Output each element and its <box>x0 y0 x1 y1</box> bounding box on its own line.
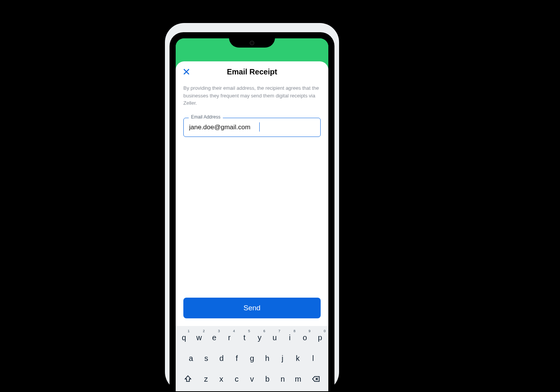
key-j[interactable]: j <box>276 350 290 367</box>
text-cursor <box>259 122 260 132</box>
keyboard-row-3: z x c v b n m <box>177 371 327 387</box>
key-f[interactable]: f <box>230 350 244 367</box>
phone-screen: Email Receipt By providing their email a… <box>176 38 328 391</box>
shift-icon <box>184 375 192 383</box>
phone-bezel: Email Receipt By providing their email a… <box>170 32 334 391</box>
key-s[interactable]: s <box>199 350 213 367</box>
email-field-label: Email Address <box>189 114 223 120</box>
sheet-header: Email Receipt <box>176 61 328 82</box>
email-receipt-sheet: Email Receipt By providing their email a… <box>176 61 328 391</box>
phone-notch <box>229 38 275 48</box>
key-r[interactable]: r4 <box>222 329 236 346</box>
key-o[interactable]: o9 <box>298 329 311 346</box>
key-q[interactable]: q1 <box>177 329 191 346</box>
keyboard-row-1: q1 w2 e3 r4 t5 y6 u7 i8 o9 p0 <box>177 329 327 346</box>
on-screen-keyboard: q1 w2 e3 r4 t5 y6 u7 i8 o9 p0 a <box>176 326 328 391</box>
close-icon <box>183 68 190 76</box>
key-d[interactable]: d <box>215 350 229 367</box>
key-x[interactable]: x <box>214 371 228 387</box>
key-i[interactable]: i8 <box>283 329 296 346</box>
key-z[interactable]: z <box>199 371 213 387</box>
key-h[interactable]: h <box>260 350 274 367</box>
send-button[interactable]: Send <box>183 298 321 318</box>
key-backspace[interactable] <box>306 371 326 387</box>
key-m[interactable]: m <box>291 371 305 387</box>
disclaimer-text: By providing their email address, the re… <box>183 84 321 107</box>
email-input[interactable] <box>183 118 321 137</box>
sheet-body: By providing their email address, the re… <box>176 82 328 326</box>
key-shift[interactable] <box>178 371 198 387</box>
key-y[interactable]: y6 <box>253 329 266 346</box>
key-w[interactable]: w2 <box>192 329 206 346</box>
key-u[interactable]: u7 <box>268 329 281 346</box>
phone-frame: Email Receipt By providing their email a… <box>165 23 339 391</box>
key-e[interactable]: e3 <box>208 329 221 346</box>
camera-icon <box>250 41 254 45</box>
close-button[interactable] <box>181 66 192 77</box>
backspace-icon <box>312 375 320 383</box>
key-a[interactable]: a <box>184 350 198 367</box>
key-l[interactable]: l <box>306 350 320 367</box>
email-field-wrap: Email Address <box>183 118 321 137</box>
key-c[interactable]: c <box>230 371 244 387</box>
key-b[interactable]: b <box>260 371 274 387</box>
key-k[interactable]: k <box>291 350 305 367</box>
stage: Email Receipt By providing their email a… <box>0 0 560 392</box>
key-p[interactable]: p0 <box>313 329 327 346</box>
key-g[interactable]: g <box>245 350 259 367</box>
keyboard-row-2: a s d f g h j k l <box>177 350 327 367</box>
key-n[interactable]: n <box>276 371 290 387</box>
key-t[interactable]: t5 <box>238 329 251 346</box>
sheet-title: Email Receipt <box>227 68 277 76</box>
key-v[interactable]: v <box>245 371 259 387</box>
